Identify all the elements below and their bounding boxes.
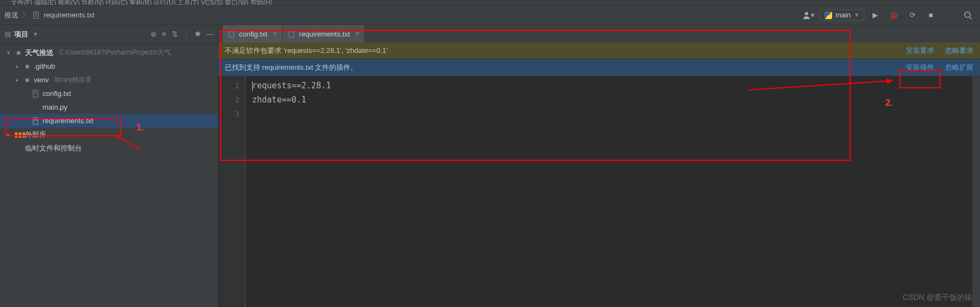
debug-button[interactable]: 🐞 bbox=[886, 8, 901, 23]
run-button[interactable]: ▶ bbox=[868, 8, 883, 23]
plugin-banner: 已找到支持 requirements.txt 文件的插件。 安装插件 忽略扩展 bbox=[218, 59, 980, 76]
tree-file-config[interactable]: config.txt bbox=[0, 87, 218, 100]
run-with-coverage-button[interactable]: ⟳ bbox=[905, 8, 920, 23]
close-icon[interactable]: × bbox=[273, 30, 277, 38]
tab-requirements[interactable]: requirements.txt × bbox=[283, 25, 365, 43]
root-path: C:\Users\86187\PycharmProjects\天气 bbox=[59, 48, 171, 57]
breadcrumb-root[interactable]: 推送 bbox=[4, 10, 19, 20]
tab-config[interactable]: config.txt × bbox=[223, 25, 283, 43]
svg-rect-13 bbox=[229, 31, 234, 37]
divider: | bbox=[186, 30, 187, 38]
expand-arrow-icon[interactable]: ▾ bbox=[4, 50, 12, 56]
banner-text: 已找到支持 requirements.txt 文件的插件。 bbox=[225, 63, 357, 73]
code-line: requests==2.28.1 bbox=[252, 81, 331, 91]
library-icon: ▮▮▮ bbox=[14, 130, 23, 139]
tab-label: requirements.txt bbox=[299, 30, 350, 38]
scratches-label: 临时文件和控制台 bbox=[25, 143, 82, 153]
editor-tabs: config.txt × requirements.txt × bbox=[218, 25, 980, 43]
code-editor[interactable]: 1 2 3 requests==2.28.1 zhdate==0.1 bbox=[218, 76, 980, 307]
project-title[interactable]: 项目 bbox=[14, 29, 28, 39]
svg-rect-15 bbox=[289, 31, 294, 37]
tree-folder-venv[interactable]: ▸ ■ venv library根目录 bbox=[0, 73, 218, 87]
project-icon: ▤ bbox=[4, 30, 11, 38]
requirements-banner: 不满足软件包要求 'requests==2.28.1', 'zhdate==0.… bbox=[218, 43, 980, 59]
svg-point-4 bbox=[805, 12, 808, 15]
svg-point-5 bbox=[965, 12, 970, 17]
collapse-all-icon[interactable]: ⇅ bbox=[172, 30, 178, 38]
close-icon[interactable]: × bbox=[355, 30, 359, 38]
install-plugin-link[interactable]: 安装插件 bbox=[906, 63, 934, 73]
banner-text: 不满足软件包要求 'requests==2.28.1', 'zhdate==0.… bbox=[225, 46, 387, 56]
line-number: 1 bbox=[218, 79, 240, 93]
svg-rect-7 bbox=[33, 91, 38, 97]
python-icon bbox=[824, 11, 832, 19]
file-icon bbox=[33, 11, 40, 20]
chevron-down-icon: ▼ bbox=[854, 12, 859, 18]
line-number: 2 bbox=[218, 93, 240, 107]
install-requirements-link[interactable]: 安装要求 bbox=[906, 46, 934, 56]
chevron-right-icon: 〉 bbox=[22, 10, 29, 20]
code-line: zhdate==0.1 bbox=[252, 95, 306, 105]
user-icon[interactable]: ▾ bbox=[801, 8, 816, 23]
file-label: config.txt bbox=[43, 89, 71, 98]
folder-label: venv bbox=[34, 76, 49, 84]
folder-label: .github bbox=[34, 62, 55, 70]
project-tree[interactable]: ▾ ■ 天气推送 C:\Users\86187\PycharmProjects\… bbox=[0, 44, 218, 307]
text-file-icon bbox=[32, 117, 40, 125]
settings-icon[interactable]: ✱ bbox=[195, 30, 201, 38]
breadcrumb-file[interactable]: requirements.txt bbox=[44, 11, 94, 19]
chevron-down-icon[interactable]: ▼ bbox=[33, 31, 38, 37]
divider: | bbox=[942, 8, 957, 23]
watermark: CSDN @爱干饭的猿 bbox=[903, 293, 972, 303]
code-content[interactable]: requests==2.28.1 zhdate==0.1 bbox=[246, 76, 972, 307]
project-panel-header: ▤ 项目 ▼ ⊕ ≡ ⇅ | ✱ — bbox=[0, 25, 218, 44]
breadcrumb-bar: 推送 〉 requirements.txt ▾ main ▼ ▶ 🐞 ⟳ ■ | bbox=[0, 5, 980, 25]
expand-arrow-icon[interactable]: ▸ bbox=[13, 77, 21, 83]
text-file-icon bbox=[288, 30, 296, 38]
ignore-plugin-link[interactable]: 忽略扩展 bbox=[945, 63, 973, 73]
menu-items[interactable]: 文件(F) 编辑(E) 视图(V) 导航(N) 代码(C) 重构(R) 运行(U… bbox=[11, 0, 272, 5]
expand-all-icon[interactable]: ≡ bbox=[162, 30, 166, 38]
text-file-icon bbox=[228, 30, 236, 38]
select-opened-file-icon[interactable]: ⊕ bbox=[151, 30, 157, 38]
tree-scratches[interactable]: 临时文件和控制台 bbox=[0, 141, 218, 155]
tree-folder-github[interactable]: ▸ ■ .github bbox=[0, 59, 218, 73]
editor-area: config.txt × requirements.txt × 不满足软件包要求… bbox=[218, 25, 980, 307]
menu-bar[interactable]: 文件(F) 编辑(E) 视图(V) 导航(N) 代码(C) 重构(R) 运行(U… bbox=[0, 0, 980, 5]
project-sidebar: ▤ 项目 ▼ ⊕ ≡ ⇅ | ✱ — ▾ ■ 天气推送 C:\Users\861… bbox=[0, 25, 218, 307]
search-everywhere-button[interactable] bbox=[960, 8, 976, 23]
tree-external-libs[interactable]: ▸ ▮▮▮ 外部库 bbox=[0, 128, 218, 141]
svg-rect-0 bbox=[34, 12, 39, 19]
run-config-name: main bbox=[835, 11, 851, 19]
folder-icon: ■ bbox=[14, 49, 23, 57]
line-gutter: 1 2 3 bbox=[218, 76, 246, 307]
expand-arrow-icon[interactable]: ▸ bbox=[4, 131, 12, 137]
external-libs-label: 外部库 bbox=[25, 130, 46, 140]
tree-file-requirements[interactable]: requirements.txt bbox=[0, 114, 218, 128]
folder-icon: ■ bbox=[23, 76, 32, 84]
tab-label: config.txt bbox=[239, 30, 267, 38]
ignore-requirements-link[interactable]: 忽略要求 bbox=[945, 46, 973, 56]
hide-icon[interactable]: — bbox=[206, 30, 213, 38]
file-label: requirements.txt bbox=[43, 117, 93, 125]
text-file-icon bbox=[32, 89, 40, 98]
folder-icon: ■ bbox=[23, 62, 32, 70]
scrollbar[interactable] bbox=[972, 76, 980, 307]
folder-hint: library根目录 bbox=[54, 75, 92, 85]
line-number: 3 bbox=[218, 107, 240, 121]
run-config-selector[interactable]: main ▼ bbox=[820, 9, 864, 21]
tree-file-main[interactable]: main.py bbox=[0, 100, 218, 114]
tree-root[interactable]: ▾ ■ 天气推送 C:\Users\86187\PycharmProjects\… bbox=[0, 46, 218, 59]
expand-arrow-icon[interactable]: ▸ bbox=[13, 63, 21, 69]
root-name: 天气推送 bbox=[25, 48, 53, 58]
svg-rect-10 bbox=[33, 118, 38, 124]
stop-button[interactable]: ■ bbox=[923, 8, 939, 23]
svg-line-6 bbox=[970, 17, 972, 19]
file-label: main.py bbox=[43, 103, 68, 111]
